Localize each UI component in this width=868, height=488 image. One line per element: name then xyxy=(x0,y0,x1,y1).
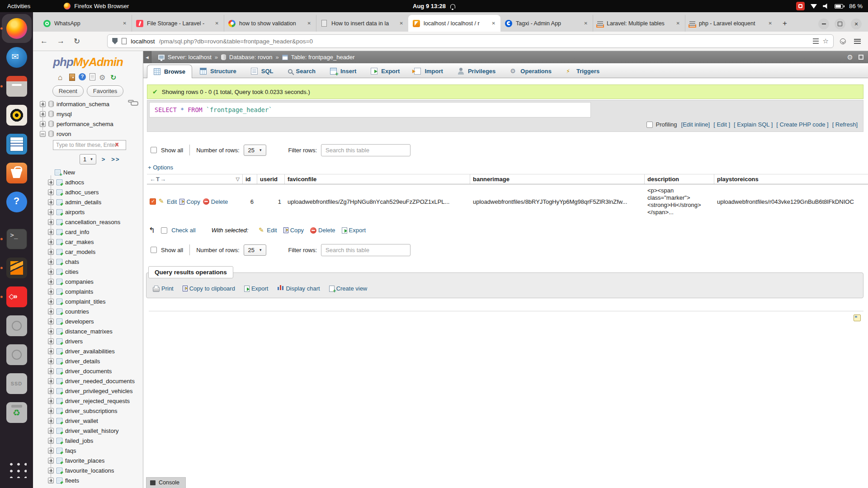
pma-tab[interactable]: Browse xyxy=(147,65,192,78)
url-input[interactable]: localhost /pma/sql.php?db=rovon&table=fr… xyxy=(107,34,834,48)
sidebar-table-item[interactable]: favourite_locations xyxy=(33,465,143,475)
clock-menu[interactable]: Aug 9 13:28 xyxy=(413,3,455,9)
expand-icon[interactable] xyxy=(48,299,54,305)
show-all-checkbox[interactable] xyxy=(151,247,157,253)
row-copy-link[interactable]: Copy xyxy=(179,198,200,205)
new-tab-button[interactable]: + xyxy=(777,15,793,32)
expand-icon[interactable] xyxy=(48,239,54,245)
dock-item-rhythmbox[interactable] xyxy=(2,101,32,130)
expand-icon[interactable] xyxy=(48,219,54,225)
column-header-faviconfile[interactable]: faviconfile xyxy=(285,174,470,184)
settings-gear-icon[interactable] xyxy=(99,73,107,81)
expand-icon[interactable] xyxy=(48,279,54,285)
query-operation-link[interactable]: Print xyxy=(153,285,174,292)
sidebar-table-item[interactable]: adhoc_users xyxy=(33,187,143,197)
browser-tab[interactable]: Tagxi - Admin App ✕ xyxy=(500,15,593,32)
column-header-playstoreicons[interactable]: playstoreicons xyxy=(714,174,868,184)
home-icon[interactable] xyxy=(58,73,66,81)
expand-icon[interactable] xyxy=(48,448,54,454)
pma-tab[interactable]: Structure xyxy=(193,64,243,78)
focused-app-title[interactable]: Firefox Web Browser xyxy=(64,3,129,9)
expand-icon[interactable] xyxy=(48,408,54,414)
sidebar-table-item[interactable]: driver_needed_documents xyxy=(33,376,143,386)
browser-tab[interactable]: Laravel: Multiple tables ✕ xyxy=(593,15,685,32)
sidebar-table-item[interactable]: cancellation_reasons xyxy=(33,217,143,227)
expand-icon[interactable] xyxy=(48,249,54,255)
breadcrumb-server[interactable]: Server: localhost xyxy=(168,54,212,61)
sidebar-table-item[interactable]: driver_subscriptions xyxy=(33,406,143,416)
refresh-icon[interactable] xyxy=(110,73,118,81)
row-edit-link[interactable]: Edit xyxy=(159,198,177,205)
page-settings-icon[interactable] xyxy=(847,53,853,61)
expand-icon[interactable] xyxy=(48,388,54,394)
expand-icon[interactable] xyxy=(48,428,54,434)
expand-icon[interactable] xyxy=(48,179,54,185)
row-delete-link[interactable]: Delete xyxy=(203,198,228,205)
sidebar-table-item[interactable]: driver_documents xyxy=(33,366,143,376)
dock-item-sublime-text[interactable] xyxy=(2,253,32,282)
expand-icon[interactable] xyxy=(48,338,54,344)
rows-per-page-select[interactable]: 25 ▾ xyxy=(244,145,266,156)
page-info-icon[interactable] xyxy=(122,38,127,44)
profiling-link[interactable]: [ Edit ] xyxy=(713,121,730,128)
tab-close-icon[interactable]: ✕ xyxy=(675,20,681,27)
expand-icon[interactable] xyxy=(48,209,54,215)
documentation-icon[interactable] xyxy=(90,73,95,80)
with-selected-action[interactable]: Copy xyxy=(283,227,304,234)
sidebar-table-item[interactable]: driver_rejected_requests xyxy=(33,396,143,406)
sidebar-table-item[interactable]: chats xyxy=(33,257,143,267)
expand-icon[interactable] xyxy=(48,468,54,474)
tree-next-page-link[interactable]: > xyxy=(102,156,106,163)
pma-tab[interactable]: Operations xyxy=(503,64,558,78)
dock-item-trash[interactable] xyxy=(2,398,32,427)
browser-tab[interactable]: how to show validation ✕ xyxy=(224,15,316,32)
show-all-checkbox[interactable] xyxy=(151,147,157,153)
help-icon[interactable] xyxy=(79,73,86,80)
profiling-link[interactable]: [ Create PHP code ] xyxy=(776,121,828,128)
column-header-description[interactable]: description xyxy=(645,174,714,184)
sidebar-table-item[interactable]: fleets xyxy=(33,475,143,485)
sidebar-table-item[interactable]: driver_wallet_history xyxy=(33,426,143,436)
sort-icon[interactable]: ▽ xyxy=(236,176,240,182)
tree-page-select[interactable]: 1 ▾ xyxy=(80,154,96,164)
expand-icon[interactable] xyxy=(48,189,54,195)
browser-tab[interactable]: localhost / localhost / r ✕ xyxy=(408,15,500,32)
query-operation-link[interactable]: Display chart xyxy=(277,285,320,292)
console-toggle[interactable]: Console xyxy=(146,477,186,488)
sidebar-table-item[interactable]: failed_jobs xyxy=(33,436,143,446)
sidebar-table-item[interactable]: drivers xyxy=(33,336,143,346)
column-browse-controls[interactable]: ←T→ xyxy=(150,176,166,183)
expand-icon[interactable] xyxy=(48,398,54,404)
expand-icon[interactable] xyxy=(48,269,54,275)
minimize-button[interactable] xyxy=(818,19,829,29)
sidebar-table-item[interactable]: companies xyxy=(33,277,143,286)
profiling-checkbox[interactable] xyxy=(646,122,653,128)
expand-icon[interactable] xyxy=(48,368,54,374)
logout-icon[interactable] xyxy=(69,74,75,81)
options-toggle[interactable]: + Options xyxy=(148,164,868,171)
browser-tab[interactable]: File Storage - Laravel - ✕ xyxy=(132,15,224,32)
sidebar-table-item[interactable]: car_models xyxy=(33,247,143,257)
save-to-pocket-icon[interactable] xyxy=(840,38,846,44)
sidebar-table-item[interactable]: driver_availabilities xyxy=(33,346,143,356)
pma-tab[interactable]: Import xyxy=(407,64,449,78)
open-new-window-icon[interactable] xyxy=(854,314,861,321)
pma-tab[interactable]: Triggers xyxy=(559,64,606,78)
sidebar-table-item[interactable]: card_info xyxy=(33,227,143,237)
dock-item-thunderbird[interactable] xyxy=(2,43,32,72)
browser-tab[interactable]: php - Laravel eloquent ✕ xyxy=(685,15,777,32)
reader-mode-icon[interactable] xyxy=(813,38,819,44)
sidebar-table-item[interactable]: airports xyxy=(33,207,143,217)
row-checkbox[interactable] xyxy=(150,198,156,205)
tree-last-page-link[interactable]: >> xyxy=(111,156,120,163)
dock-item-app-grid[interactable] xyxy=(2,455,32,483)
profiling-link[interactable]: [ Refresh] xyxy=(832,121,858,128)
sidebar-table-item[interactable]: complaints xyxy=(33,286,143,296)
breadcrumb-database[interactable]: Database: rovon xyxy=(229,54,272,61)
back-button[interactable]: ← xyxy=(40,37,48,46)
expand-icon[interactable] xyxy=(48,328,54,334)
tab-close-icon[interactable]: ✕ xyxy=(214,20,220,27)
expand-icon[interactable] xyxy=(48,289,54,295)
sidebar-db-rovon[interactable]: rovon xyxy=(33,129,143,139)
query-operation-link[interactable]: Create view xyxy=(329,285,368,292)
